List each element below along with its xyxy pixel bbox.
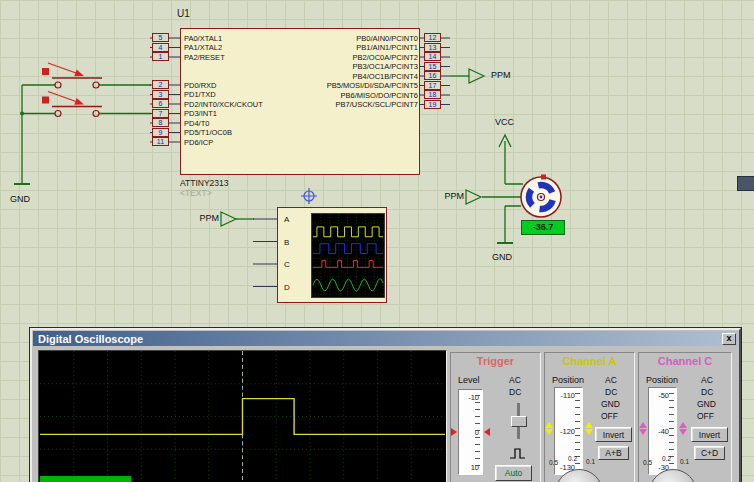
channel-a-gnd-button[interactable]: GND (601, 399, 620, 409)
chip-pin-row[interactable]: 17PB5/MOSI/DI/SDA/PCINT5 (240, 81, 452, 91)
channel-a-panel-title: Channel A (545, 355, 634, 367)
knob-scale-label: 0.1 (680, 458, 689, 465)
pin-number: 5 (152, 33, 169, 42)
pin-number: 13 (424, 43, 441, 52)
pin-label: PD4/T0 (184, 119, 209, 128)
chip-pin-row[interactable]: 8PD4/T0 (150, 118, 420, 128)
level-label: Level (458, 375, 480, 385)
pin-number: 8 (152, 118, 169, 127)
channel-c-sum-button[interactable]: C+D (694, 446, 725, 460)
channel-c-position-marker[interactable] (639, 421, 647, 436)
net-label-ppm-scope: PPM (193, 213, 219, 223)
channel-c-gnd-button[interactable]: GND (697, 399, 716, 409)
trigger-panel: Trigger Level AC DC -10 0 10 Auto (450, 352, 541, 482)
knob-scale-label: 0.2 (662, 455, 671, 462)
chip-pin-row[interactable]: 11PD6/ICP (150, 137, 420, 147)
trigger-level-marker[interactable] (484, 428, 490, 436)
pin-number: 15 (424, 62, 441, 71)
slider-ticks (475, 395, 480, 469)
pin-label: PB3/OC1A/PCINT3 (353, 62, 418, 71)
chip-reference: U1 (177, 8, 190, 19)
channel-a-position-marker[interactable] (585, 421, 593, 436)
chip-pin-row[interactable]: 14PB2/OC0A/PCINT2 (240, 52, 452, 62)
pin-number: 7 (152, 109, 169, 118)
pin-number: 3 (152, 90, 169, 99)
pin-number: 17 (424, 81, 441, 90)
trigger-ac-button[interactable]: AC (509, 375, 521, 385)
pin-number: 11 (152, 137, 169, 146)
channel-a-dc-button[interactable]: DC (605, 387, 617, 397)
pin-label: PB5/MOSI/DI/SDA/PCINT5 (327, 81, 418, 90)
trigger-edge-handle[interactable] (511, 416, 527, 427)
chip-part-subtext: <TEXT> (180, 188, 212, 198)
trigger-edge-icon (509, 447, 526, 460)
channel-c-panel-title: Channel C (639, 355, 731, 367)
channel-a-trace (40, 399, 445, 435)
knob-scale-label: 0.5 (549, 459, 558, 466)
scope-channel-b-pin[interactable]: B (284, 238, 289, 247)
chip-pin-row[interactable]: 9PD5/T1/OC0B (150, 128, 420, 138)
channel-c-ac-button[interactable]: AC (701, 375, 713, 385)
chip-pin-row[interactable]: 7PD3/INT1 (150, 109, 420, 119)
preview-trace-b (313, 244, 383, 254)
channel-c-invert-button[interactable]: Invert (691, 427, 728, 442)
pin-label: PD6/ICP (184, 138, 213, 147)
pin-label: PD3/INT1 (184, 109, 217, 118)
channel-a-panel: Channel A Position AC DC GND OFF -110 -1… (544, 352, 635, 482)
chip-pin-row[interactable]: 19PB7/USCK/SCL/PCINT7 (240, 100, 452, 110)
pin-label: PA1/XTAL2 (184, 43, 222, 52)
channel-c-off-button[interactable]: OFF (697, 411, 714, 421)
net-label-ppm-servo: PPM (438, 191, 464, 201)
pin-label: PD5/T1/OC0B (184, 128, 232, 137)
preview-trace-c (313, 260, 383, 267)
pin-number: 19 (424, 100, 441, 109)
pin-number: 14 (424, 52, 441, 61)
window-titlebar[interactable]: Digital Oscilloscope x (33, 331, 738, 346)
scope-channel-d-pin[interactable]: D (284, 283, 290, 292)
pin-label: PB4/OC1B/PCINT4 (353, 72, 418, 81)
pin-number: 16 (424, 71, 441, 80)
scope-channel-a-pin[interactable]: A (284, 215, 289, 224)
channel-a-invert-button[interactable]: Invert (595, 427, 632, 442)
position-label: Position (552, 375, 584, 385)
scope-channel-c-pin[interactable]: C (284, 260, 290, 269)
pin-label: PB6/MISO/DO/PCINT6 (340, 91, 418, 100)
chip-pin-row[interactable]: 13PB1/AIN1/PCINT1 (240, 43, 452, 53)
chip-pin-row[interactable]: 18PB6/MISO/DO/PCINT6 (240, 90, 452, 100)
pin-label: PB0/AIN0/PCINT0 (356, 34, 418, 43)
servo-angle-readout: -36.7 (521, 220, 565, 235)
trigger-dc-button[interactable]: DC (509, 387, 521, 397)
proteus-workspace: U1 ATTINY2313 <TEXT> 5PA0/XTAL1 4PA1/XTA… (0, 0, 754, 482)
channel-c-panel: Channel C Position AC DC GND OFF -50 -40… (638, 352, 732, 482)
gnd-label-servo: GND (492, 252, 512, 262)
channel-a-sum-button[interactable]: A+B (598, 446, 629, 460)
channel-a-off-button[interactable]: OFF (601, 411, 618, 421)
channel-a-position-marker[interactable] (545, 421, 553, 436)
pin-number: 6 (152, 99, 169, 108)
chip-pin-row[interactable]: 12PB0/AIN0/PCINT0 (240, 33, 452, 43)
digital-oscilloscope-window: Digital Oscilloscope x Trigger Level AC … (30, 328, 741, 482)
channel-c-position-marker[interactable] (679, 421, 687, 436)
trigger-auto-button[interactable]: Auto (495, 465, 532, 481)
scope-preview-screen (311, 213, 385, 298)
trigger-panel-title: Trigger (451, 355, 540, 367)
pin-number: 18 (424, 90, 441, 99)
offscreen-component-fragment (737, 176, 754, 191)
channel-c-dc-button[interactable]: DC (701, 387, 713, 397)
close-button[interactable]: x (722, 333, 736, 345)
knob-scale-label: 0.2 (568, 455, 577, 462)
trigger-level-slider[interactable]: -10 0 10 (458, 389, 483, 475)
oscilloscope-component[interactable]: A B C D (277, 207, 387, 303)
knob-scale-label: 0.5 (643, 459, 652, 466)
channel-a-ac-button[interactable]: AC (605, 375, 617, 385)
vcc-label: VCC (495, 117, 514, 127)
channel-d-trace-fragment (40, 476, 131, 482)
pin-number: 9 (152, 128, 169, 137)
trigger-level-marker[interactable] (451, 428, 457, 436)
slider-scale-value: -50 (651, 391, 669, 400)
net-label-ppm-out: PPM (491, 70, 511, 80)
pin-label: PA0/XTAL1 (184, 34, 222, 43)
chip-pin-row[interactable]: 15PB3/OC1A/PCINT3 (240, 62, 452, 72)
position-label: Position (646, 375, 678, 385)
chip-pin-row[interactable]: 16PB4/OC1B/PCINT4 (240, 71, 452, 81)
